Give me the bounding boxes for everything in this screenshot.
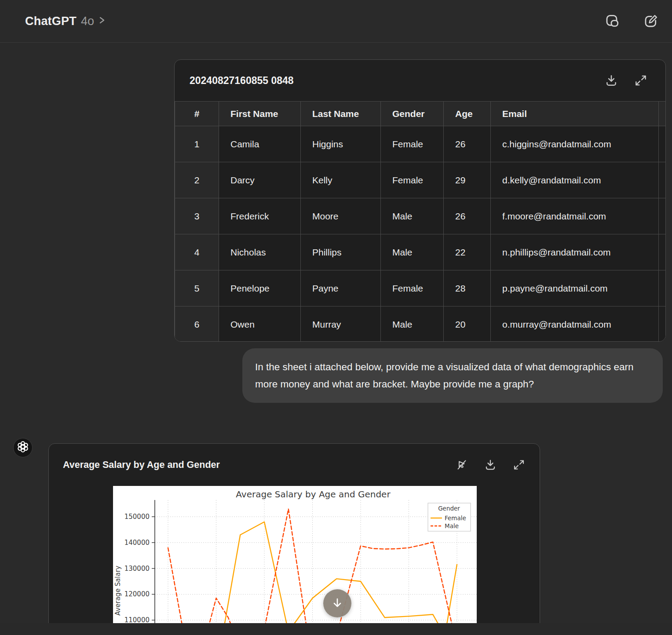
table-cell: 5 (175, 270, 219, 307)
expand-icon (634, 73, 648, 88)
table-cell: 6 (175, 307, 219, 342)
table-row: 4NicholasPhillipsMale22n.phillips@randat… (175, 234, 666, 270)
table-cell: 22 (444, 234, 491, 270)
column-header: Email (491, 102, 659, 126)
svg-text:Male: Male (445, 522, 459, 529)
salary-line-chart: 110000120000130000140000150000Average Sa… (113, 486, 477, 635)
expand-icon (512, 458, 526, 471)
overlapping-windows-button[interactable] (603, 12, 621, 30)
table-cell: p.payne@randatmail.com (491, 270, 659, 307)
table-cell: 1 (175, 126, 219, 162)
new-chat-button[interactable] (642, 12, 660, 30)
spacer-column (659, 102, 666, 126)
chart-figure: 110000120000130000140000150000Average Sa… (113, 486, 477, 635)
spreadsheet-table: #First NameLast NameGenderAgeEmail1Camil… (175, 101, 666, 342)
header-actions (603, 12, 660, 30)
svg-text:150000: 150000 (124, 513, 150, 521)
table-cell: 2 (175, 162, 219, 198)
download-icon (604, 73, 619, 88)
svg-text:Gender: Gender (438, 505, 460, 512)
model-name: 4o (81, 15, 94, 28)
svg-text:140000: 140000 (124, 539, 150, 547)
spreadsheet-card-actions (604, 73, 648, 88)
table-cell: 28 (444, 270, 491, 307)
user-message-bubble: In the sheet i attached below, provide m… (242, 348, 663, 403)
chart-card-title: Average Salary by Age and Gender (63, 460, 220, 471)
app-header: ChatGPT 4o (0, 0, 672, 43)
spreadsheet-title: 20240827160855 0848 (190, 75, 294, 87)
table-cell: Female (381, 270, 444, 307)
svg-text:Average Salary by Age and Gend: Average Salary by Age and Gender (236, 489, 391, 500)
table-row: 5PenelopePayneFemale28p.payne@randatmail… (175, 270, 666, 307)
spreadsheet-card-header: 20240827160855 0848 (175, 60, 665, 101)
table-cell: 20 (444, 307, 491, 342)
table-cell: Female (381, 162, 444, 198)
openai-logo-icon (17, 441, 29, 455)
model-switcher[interactable]: ChatGPT 4o (25, 15, 106, 28)
cursor-slash-icon (455, 458, 468, 471)
table-row: 3FrederickMooreMale26f.moore@randatmail.… (175, 198, 666, 234)
table-cell: Frederick (219, 198, 301, 234)
table-cell: Nicholas (219, 234, 301, 270)
table-cell: Phillips (301, 234, 381, 270)
chevron-right-icon (99, 15, 106, 27)
table-cell: 4 (175, 234, 219, 270)
table-cell: f.moore@randatmail.com (491, 198, 659, 234)
table-cell: Female (381, 126, 444, 162)
table-cell: Moore (301, 198, 381, 234)
app-title: ChatGPT (25, 15, 77, 28)
spacer-cell (659, 234, 666, 270)
overlapping-windows-icon (603, 12, 621, 30)
spacer-cell (659, 162, 666, 198)
scroll-to-bottom-button[interactable] (323, 589, 351, 617)
table-cell: Kelly (301, 162, 381, 198)
column-header: First Name (219, 102, 301, 126)
table-cell: Penelope (219, 270, 301, 307)
table-cell: Payne (301, 270, 381, 307)
table-cell: Owen (219, 307, 301, 342)
download-sheet-button[interactable] (604, 73, 619, 88)
table-cell: 26 (444, 198, 491, 234)
table-row: 1CamilaHigginsFemale26c.higgins@randatma… (175, 126, 666, 162)
table-row: 2DarcyKellyFemale29d.kelly@randatmail.co… (175, 162, 666, 198)
spreadsheet-card: 20240827160855 0848 #First NameLast Na (174, 59, 666, 342)
download-icon (483, 458, 497, 472)
column-header: Gender (381, 102, 444, 126)
column-header: Last Name (301, 102, 381, 126)
expand-chart-button[interactable] (512, 458, 526, 471)
svg-text:Female: Female (445, 515, 466, 522)
table-cell: c.higgins@randatmail.com (491, 126, 659, 162)
table-cell: Male (381, 234, 444, 270)
table-cell: 29 (444, 162, 491, 198)
chart-card-header: Average Salary by Age and Gender (49, 444, 540, 486)
download-chart-button[interactable] (483, 458, 497, 472)
table-header-row: #First NameLast NameGenderAgeEmail (175, 102, 666, 126)
user-message-text: In the sheet i attached below, provide m… (255, 358, 650, 393)
table-cell: Murray (301, 307, 381, 342)
spacer-cell (659, 126, 666, 162)
table-cell: Male (381, 198, 444, 234)
table-cell: 26 (444, 126, 491, 162)
svg-text:Average Salary: Average Salary (114, 566, 122, 616)
arrow-down-icon (331, 596, 344, 611)
chart-card: Average Salary by Age and Gender (48, 443, 540, 635)
svg-text:130000: 130000 (124, 565, 150, 573)
table-row: 6OwenMurrayMale20o.murray@randatmail.com (175, 307, 666, 342)
assistant-avatar (13, 438, 33, 457)
spacer-cell (659, 270, 666, 307)
table-cell: n.phillips@randatmail.com (491, 234, 659, 270)
chart-card-actions (455, 458, 526, 472)
new-chat-icon (642, 12, 660, 30)
table-cell: Higgins (301, 126, 381, 162)
svg-text:120000: 120000 (124, 590, 150, 598)
table-cell: 3 (175, 198, 219, 234)
table-cell: d.kelly@randatmail.com (491, 162, 659, 198)
static-chart-button[interactable] (455, 458, 468, 471)
column-header: Age (444, 102, 491, 126)
expand-sheet-button[interactable] (634, 73, 648, 88)
table-cell: o.murray@randatmail.com (491, 307, 659, 342)
table-cell: Camila (219, 126, 301, 162)
spacer-cell (659, 307, 666, 342)
spacer-cell (659, 198, 666, 234)
table-cell: Male (381, 307, 444, 342)
